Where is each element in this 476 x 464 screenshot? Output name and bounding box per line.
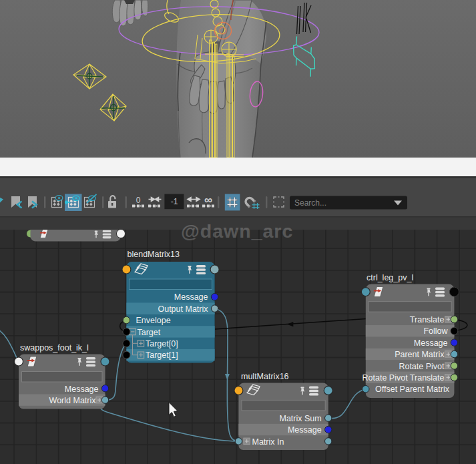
svg-text:Target: Target xyxy=(138,328,161,337)
svg-text:multMatrix16: multMatrix16 xyxy=(241,372,289,381)
svg-text:Translate: Translate xyxy=(410,315,445,324)
svg-text:Message: Message xyxy=(414,338,448,348)
svg-text:Follow: Follow xyxy=(423,326,448,336)
svg-text:World Matrix: World Matrix xyxy=(49,396,97,405)
svg-text:Target[0]: Target[0] xyxy=(146,339,178,349)
svg-text:Matrix Sum: Matrix Sum xyxy=(279,414,321,423)
svg-text:Parent Matrix: Parent Matrix xyxy=(395,350,445,359)
svg-text:Matrix In: Matrix In xyxy=(252,437,284,447)
svg-text:Output Matrix: Output Matrix xyxy=(158,304,208,314)
svg-text:0: 0 xyxy=(136,196,141,205)
svg-text:@dawn_arc: @dawn_arc xyxy=(181,220,293,242)
svg-text:Envelope: Envelope xyxy=(136,316,171,325)
svg-text:ctrl_leg_pv_l: ctrl_leg_pv_l xyxy=(367,273,413,282)
svg-text:Rotate Pivot: Rotate Pivot xyxy=(399,362,445,371)
svg-text:blendMatrix13: blendMatrix13 xyxy=(128,250,180,259)
svg-text:-1: -1 xyxy=(171,197,178,206)
svg-text:Message: Message xyxy=(288,425,322,435)
svg-text:∞: ∞ xyxy=(204,194,212,206)
svg-text:Offset Parent Matrix: Offset Parent Matrix xyxy=(375,385,450,394)
svg-text:Target[1]: Target[1] xyxy=(146,351,178,360)
svg-text:Rotate Pivot Translate: Rotate Pivot Translate xyxy=(363,373,445,383)
svg-text:Search...: Search... xyxy=(294,198,326,208)
svg-text:swappos_foot_ik_l: swappos_foot_ik_l xyxy=(20,343,89,353)
svg-text:Message: Message xyxy=(65,385,99,394)
svg-text:Message: Message xyxy=(174,292,208,302)
